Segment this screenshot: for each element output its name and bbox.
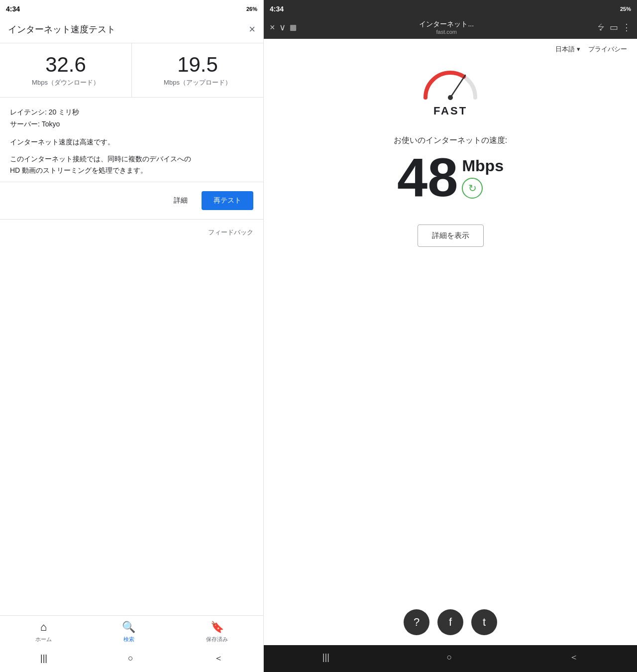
- nav-search-label: 検索: [123, 636, 134, 643]
- big-speed-number: 48: [397, 150, 458, 205]
- url-bar[interactable]: インターネット... fast.com: [301, 20, 593, 35]
- left-menu-btn[interactable]: |||: [40, 653, 47, 664]
- left-bottom-nav: ⌂ ホーム 🔍 検索 🔖 保存済み: [0, 615, 263, 647]
- status-bar-right: 4:34 25%: [264, 0, 637, 16]
- browser-bookmark-icon[interactable]: ▭: [610, 22, 618, 33]
- nav-search[interactable]: 🔍 検索: [122, 621, 135, 643]
- nav-saved[interactable]: 🔖 保存済み: [206, 621, 228, 643]
- speed-unit-text: Mbps: [462, 158, 504, 174]
- download-unit: Mbps（ダウンロード）: [8, 78, 123, 87]
- left-status-icons: 26%: [246, 6, 257, 12]
- left-time: 4:34: [6, 5, 20, 13]
- desc-line2: このインターネット接続では、同時に複数のデバイスへのHD 動画のストリーミングを…: [10, 153, 253, 176]
- lang-selector[interactable]: 日本語 ▾: [555, 45, 580, 54]
- fast-brand-label: FAST: [433, 105, 467, 117]
- left-battery: 26%: [246, 6, 257, 12]
- refresh-button[interactable]: ↻: [462, 178, 483, 199]
- bookmark-icon: 🔖: [211, 621, 224, 634]
- right-system-bar: ||| ○ ＜: [264, 645, 637, 672]
- svg-line-0: [450, 75, 465, 98]
- url-domain: fast.com: [436, 29, 457, 35]
- upload-card: 19.5 Mbps（アップロード）: [132, 43, 263, 97]
- right-back-btn[interactable]: ＜: [569, 651, 578, 663]
- fast-logo-area: FAST: [421, 63, 480, 117]
- speed-label: お使いのインターネットの速度:: [394, 135, 507, 146]
- search-icon: 🔍: [122, 621, 135, 634]
- privacy-link[interactable]: プライバシー: [588, 45, 627, 54]
- nav-home[interactable]: ⌂ ホーム: [35, 621, 52, 643]
- fast-gauge-svg: [421, 63, 480, 103]
- twitter-button[interactable]: t: [471, 609, 497, 635]
- right-status-icons: 25%: [620, 6, 631, 12]
- speed-unit-col: Mbps ↻: [462, 158, 504, 205]
- right-menu-btn[interactable]: |||: [322, 652, 329, 663]
- right-home-btn[interactable]: ○: [447, 652, 452, 663]
- upload-unit: Mbps（アップロード）: [140, 78, 255, 87]
- home-icon: ⌂: [40, 621, 47, 634]
- actions-row: 詳細 再テスト: [0, 182, 263, 220]
- browser-close-icon[interactable]: ×: [270, 22, 275, 33]
- desc-line1: インターネット速度は高速です。: [10, 136, 253, 147]
- browser-tabs-icon[interactable]: ▦: [290, 23, 297, 32]
- left-home-btn[interactable]: ○: [128, 653, 133, 664]
- retest-button[interactable]: 再テスト: [202, 191, 253, 210]
- browser-content: 日本語 ▾ プライバシー FAST お使いのインターネットの速度: 48: [264, 39, 637, 645]
- close-button[interactable]: ×: [249, 23, 255, 36]
- right-time: 4:34: [270, 5, 284, 13]
- left-back-btn[interactable]: ＜: [214, 652, 223, 664]
- right-battery: 25%: [620, 6, 631, 12]
- details-section: レイテンシ: 20 ミリ秒 サーバー: Tokyo インターネット速度は高速です…: [0, 98, 263, 182]
- nav-home-label: ホーム: [35, 636, 52, 643]
- app-header: インターネット速度テスト ×: [0, 16, 263, 43]
- show-details-button[interactable]: 詳細を表示: [418, 224, 484, 247]
- url-title: インターネット...: [419, 20, 474, 29]
- feedback-text[interactable]: フィードバック: [208, 228, 253, 236]
- big-speed-row: 48 Mbps ↻: [397, 150, 504, 205]
- browser-toolbar: × ∨ ▦ インターネット... fast.com ⭍ ▭ ⋮: [264, 16, 637, 39]
- latency-line: レイテンシ: 20 ミリ秒: [10, 107, 253, 118]
- upload-value: 19.5: [140, 53, 255, 76]
- detail-button[interactable]: 詳細: [168, 192, 194, 209]
- browser-menu-icon[interactable]: ⋮: [622, 22, 631, 33]
- right-panel: 4:34 25% × ∨ ▦ インターネット... fast.com ⭍ ▭ ⋮…: [264, 0, 637, 672]
- status-bar-left: 4:34 26%: [0, 0, 263, 16]
- fast-page-header: 日本語 ▾ プライバシー: [264, 39, 637, 58]
- svg-point-1: [448, 95, 453, 100]
- nav-saved-label: 保存済み: [206, 636, 228, 643]
- left-system-bar: ||| ○ ＜: [0, 647, 263, 672]
- share-icon[interactable]: ⭍: [597, 22, 606, 33]
- download-card: 32.6 Mbps（ダウンロード）: [0, 43, 132, 97]
- app-title: インターネット速度テスト: [8, 23, 115, 35]
- facebook-button[interactable]: f: [437, 609, 463, 635]
- help-button[interactable]: ?: [404, 609, 429, 635]
- download-value: 32.6: [8, 53, 123, 76]
- feedback-row: フィードバック: [0, 220, 263, 245]
- left-spacer: [0, 245, 263, 615]
- server-line: サーバー: Tokyo: [10, 118, 253, 130]
- speed-cards: 32.6 Mbps（ダウンロード） 19.5 Mbps（アップロード）: [0, 43, 263, 98]
- browser-chevron-icon[interactable]: ∨: [279, 22, 286, 33]
- left-panel: 4:34 26% インターネット速度テスト × 32.6 Mbps（ダウンロード…: [0, 0, 264, 672]
- social-row: ? f t: [404, 594, 497, 645]
